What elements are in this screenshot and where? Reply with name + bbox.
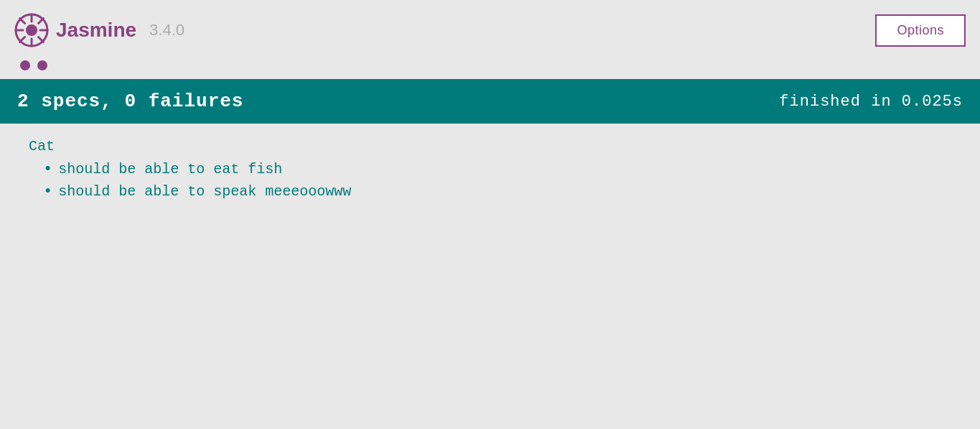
results-section: Cat • should be able to eat fish • shoul… (0, 124, 980, 219)
specs-summary: 2 specs, 0 failures (17, 91, 243, 112)
dot-2 (37, 60, 47, 70)
dot-1 (20, 60, 30, 70)
svg-line-9 (20, 37, 25, 42)
dots-row (0, 55, 980, 79)
header: Jasmine 3.4.0 Options (0, 0, 980, 55)
header-left: Jasmine 3.4.0 (14, 13, 185, 47)
options-button[interactable]: Options (875, 14, 966, 47)
spec-item-1: • should be able to eat fish (43, 160, 958, 178)
jasmine-version: 3.4.0 (149, 21, 185, 40)
jasmine-icon (14, 13, 49, 47)
time-summary: finished in 0.025s (779, 93, 963, 111)
spec-text-1: should be able to eat fish (58, 161, 282, 177)
jasmine-title: Jasmine (56, 19, 136, 42)
svg-line-8 (39, 19, 44, 24)
svg-line-6 (20, 19, 25, 24)
spec-item-2: • should be able to speak meeeooowww (43, 183, 958, 200)
bullet-2: • (43, 183, 52, 200)
jasmine-logo: Jasmine 3.4.0 (14, 13, 185, 47)
spec-list: • should be able to eat fish • should be… (22, 160, 958, 200)
svg-line-7 (39, 37, 44, 42)
status-bar: 2 specs, 0 failures finished in 0.025s (0, 79, 980, 124)
spec-text-2: should be able to speak meeeooowww (58, 183, 351, 200)
svg-point-1 (26, 24, 37, 36)
bullet-1: • (43, 160, 52, 178)
suite-name: Cat (22, 138, 958, 154)
